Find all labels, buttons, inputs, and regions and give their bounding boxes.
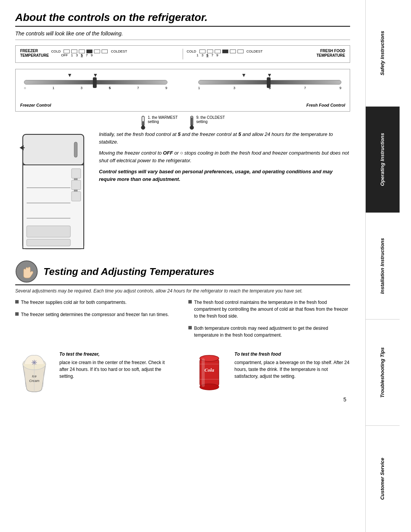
warmest-label: 1. the WARMEST setting <box>148 115 178 124</box>
slider-box-1 <box>64 50 70 53</box>
fresh-food-numbers: 13579 <box>187 53 314 57</box>
freezer-pointer-top2: ▼ <box>93 72 98 78</box>
thermometer-icon-coldest <box>189 115 194 131</box>
ff-pointer-top2: ▼ <box>267 72 272 78</box>
coldest-label-right: COLDEST <box>247 50 263 53</box>
svg-text:Cola: Cola <box>204 367 214 373</box>
fresh-food-analog-control: ▼ ▼ 13579 Fresh Food Control <box>194 73 346 107</box>
hand-pointer-icon <box>15 260 38 283</box>
fresh-food-control-label: Fresh Food Control <box>194 103 346 107</box>
bullet-square-4 <box>188 326 192 329</box>
page-number: 5 <box>15 396 350 403</box>
test-freezer-icon-area: Ice Cream <box>15 351 53 393</box>
callout-area: 1. the WARMEST setting 9. the COLDEST se… <box>15 115 350 131</box>
slider-box-4 <box>86 50 92 53</box>
svg-rect-5 <box>191 117 192 127</box>
slider-box-2 <box>71 50 77 53</box>
ff-slider-box-4 <box>222 50 228 53</box>
section2-subtitle: Several adjustments may be required. Eac… <box>15 288 350 294</box>
test-section: Ice Cream To test the freezer, place ice… <box>15 351 350 393</box>
fridge-svg <box>15 131 91 252</box>
bullet-item-2: The freezer setting determines the compr… <box>15 311 177 318</box>
sidebar-section-safety: Safety Instructions <box>366 0 400 107</box>
fresh-food-analog-track: ▼ ▼ <box>198 80 342 85</box>
bullet-columns: The freezer supplies cold air for both c… <box>15 299 350 344</box>
bullet-item-4: Both temperature controls may need adjus… <box>188 325 350 339</box>
slider-box-3 <box>79 50 85 53</box>
test-fresh-title: To test the fresh food <box>234 351 350 358</box>
slider-box-6 <box>102 50 108 53</box>
ice-cream-icon: Ice Cream <box>17 351 51 393</box>
coldest-setting-label: 9. the COLDEST setting <box>196 115 225 124</box>
cold-label-right: COLD <box>187 50 196 53</box>
digital-controls-diagram: FREEZERTEMPERATURE COLD COLDEST <box>15 45 350 63</box>
sidebar-label-operating: Operating Instructions <box>379 133 386 186</box>
bullet-text-4: Both temperature controls may need adjus… <box>194 325 350 339</box>
sidebar-label-customer: Customer Service <box>379 458 386 500</box>
cold-label-left: COLD <box>51 50 61 53</box>
svg-rect-2 <box>143 121 144 127</box>
section2-title: Testing and Adjusting Temperatures <box>43 266 214 278</box>
bullet-square-1 <box>15 300 19 304</box>
ff-slider-box-1 <box>199 50 206 53</box>
freezer-slider-row: COLD COLDEST <box>51 50 127 53</box>
instruction1: Initially, set the fresh food control at… <box>99 131 350 145</box>
bullet-col-left: The freezer supplies cold air for both c… <box>15 299 177 344</box>
svg-rect-18 <box>72 180 81 190</box>
svg-rect-15 <box>27 226 70 237</box>
svg-rect-17 <box>72 169 81 178</box>
test-freezer-body: place ice cream in the center of the fre… <box>59 360 165 379</box>
svg-rect-19 <box>72 192 81 201</box>
ff-slider-box-2 <box>207 50 213 53</box>
freezer-temp-control: FREEZERTEMPERATURE COLD COLDEST <box>20 49 179 59</box>
test-freezer-item: Ice Cream To test the freezer, place ice… <box>15 351 175 393</box>
bullet-item-3: The fresh food control maintains the tem… <box>188 299 350 320</box>
coldest-callout: 9. the COLDEST setting <box>189 115 225 131</box>
test-fresh-icon-area: Cola <box>190 351 228 393</box>
freezer-pointer-top: ▼ <box>67 72 72 78</box>
ff-slider-box-6 <box>237 50 244 53</box>
bullet-text-2: The freezer setting determines the compr… <box>21 311 169 318</box>
bullet-item-1: The freezer supplies cold air for both c… <box>15 299 177 306</box>
bullet-square-2 <box>15 312 19 316</box>
svg-rect-10 <box>74 142 77 157</box>
cola-can-icon: Cola <box>194 351 225 393</box>
ff-pointer-top: ▼ <box>241 72 247 78</box>
fresh-food-analog-thumb <box>267 77 271 88</box>
fresh-food-temp-label: FRESH FOODTEMPERATURE <box>317 49 345 58</box>
ff-slider-box-5 <box>230 50 236 53</box>
bullet-col-right: The fresh food control maintains the tem… <box>188 299 350 344</box>
instructions-text: Initially, set the fresh food control at… <box>99 131 350 187</box>
bullet-text-3: The fresh food control maintains the tem… <box>194 299 350 320</box>
sidebar-section-operating: Operating Instructions <box>366 107 400 213</box>
sidebar-label-troubleshooting: Troubleshooting Tips <box>379 347 386 398</box>
fresh-food-temp-control: COLD COLDEST 13579 FRE <box>187 49 346 59</box>
coldest-label-left: COLDEST <box>111 50 127 53</box>
fridge-illustration <box>15 131 91 254</box>
sidebar-section-troubleshooting: Troubleshooting Tips <box>366 320 400 426</box>
freezer-numbers: OFF13579 <box>51 53 127 57</box>
sidebar-section-installation: Installation Instructions <box>366 213 400 320</box>
svg-rect-16 <box>27 239 70 246</box>
middle-section: Initially, set the fresh food control at… <box>15 131 350 254</box>
fresh-food-slider-row: COLD COLDEST <box>187 50 314 53</box>
freezer-analog-thumb <box>93 77 97 88</box>
sidebar-label-safety: Safety Instructions <box>379 31 386 75</box>
slider-box-5 <box>94 50 100 53</box>
bullet-text-1: The freezer supplies cold air for both c… <box>21 299 126 306</box>
test-freezer-title: To test the freezer, <box>59 351 175 358</box>
thermometer-icon-warmest <box>140 115 146 131</box>
freezer-control-label: Freezer Control <box>20 103 171 107</box>
freezer-analog-control: ▼ ▼ ○13579 Freezer Control <box>20 73 171 107</box>
section1-title: About the controls on the refrigerator. <box>15 11 350 27</box>
warmest-callout: 1. the WARMEST setting <box>140 115 178 131</box>
sidebar-label-installation: Installation Instructions <box>379 238 386 294</box>
analog-controls-diagram: ▼ ▼ ○13579 Freezer Control ▼ ▼ <box>15 69 350 112</box>
ff-slider-box-3 <box>215 50 221 53</box>
test-fresh-item: Cola To test the fresh food compartment,… <box>190 351 350 393</box>
section1-subtitle: The controls will look like one of the f… <box>15 30 350 40</box>
sidebar: Safety Instructions Operating Instructio… <box>365 0 400 532</box>
test-fresh-body: compartment, place a beverage on the top… <box>234 360 349 379</box>
instruction3: Control settings will vary based on pers… <box>99 168 350 183</box>
freezer-temp-label: FREEZERTEMPERATURE <box>20 49 49 58</box>
